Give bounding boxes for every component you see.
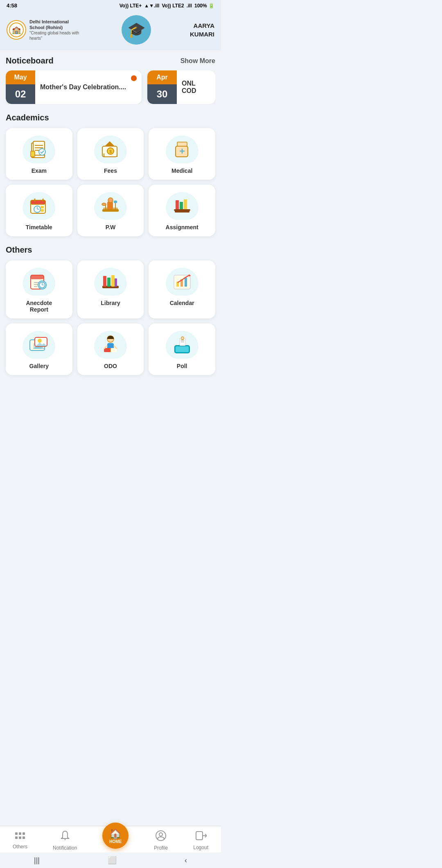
odo-icon <box>94 331 127 359</box>
poll-label: Poll <box>177 363 187 369</box>
svg-point-35 <box>114 201 117 203</box>
notice-month-1: May <box>6 70 35 84</box>
medical-label: Medical <box>171 167 192 174</box>
status-time: 4:58 <box>7 2 17 9</box>
svg-text:$: $ <box>109 149 112 154</box>
fees-label: Fees <box>104 167 117 174</box>
exam-label: Exam <box>32 167 47 174</box>
noticeboard-section: Noticeboard Show More May 02 Mother's Da… <box>0 50 221 106</box>
svg-point-33 <box>102 203 106 206</box>
signal-icon: Vo)) LTE+ <box>120 3 142 9</box>
academics-title: Academics <box>6 113 215 122</box>
svg-text:🏫: 🏫 <box>12 25 21 34</box>
header: 🏫 Delhi International School (Rohini) "C… <box>0 11 221 50</box>
library-label: Library <box>101 300 120 306</box>
pw-icon <box>94 192 127 220</box>
assignment-label: Assignment <box>166 224 198 231</box>
svg-rect-27 <box>41 209 44 212</box>
medical-icon <box>166 136 198 163</box>
notice-date-2: Apr 30 <box>147 70 177 104</box>
svg-marker-10 <box>105 141 115 146</box>
notice-card-1[interactable]: May 02 Mother's Day Celebration.... <box>6 70 142 104</box>
anecdote-icon <box>23 268 55 296</box>
others-odo-card[interactable]: ODO <box>77 323 144 375</box>
academics-timetable-card[interactable]: Timetable <box>6 185 72 236</box>
fees-icon: $ <box>94 136 127 163</box>
battery-icon: 100% 🔋 <box>194 3 214 9</box>
timetable-icon <box>23 192 55 220</box>
academics-grid: Exam $ Fees <box>6 128 215 236</box>
svg-rect-16 <box>177 142 187 146</box>
notice-month-2: Apr <box>147 70 177 84</box>
others-title: Others <box>6 245 215 255</box>
notice-day-1: 02 <box>6 84 35 104</box>
gallery-icon <box>23 331 55 359</box>
assignment-icon <box>166 192 198 220</box>
poll-icon <box>166 331 198 359</box>
school-name: Delhi International School (Rohini) "Cre… <box>29 19 83 41</box>
svg-rect-52 <box>107 278 110 287</box>
svg-point-31 <box>108 198 113 203</box>
academics-medical-card[interactable]: Medical <box>149 128 215 180</box>
anecdote-label: Anecdote Report <box>26 300 52 313</box>
notice-text-1: Mother's Day Celebration.... <box>35 70 131 104</box>
svg-rect-39 <box>184 199 187 211</box>
svg-rect-30 <box>107 202 113 209</box>
signal2-icon: ▲▼.ill <box>144 3 159 9</box>
notice-cards-container: May 02 Mother's Day Celebration.... Apr … <box>6 70 215 104</box>
exam-icon <box>23 136 55 163</box>
user-avatar: 🎓 <box>122 15 151 45</box>
others-library-card[interactable]: Library <box>77 260 144 319</box>
library-icon <box>94 268 127 296</box>
svg-point-65 <box>38 339 42 343</box>
svg-point-7 <box>39 149 45 155</box>
calendar-icon <box>166 268 198 296</box>
others-section: Others Anecdote Report <box>0 239 221 377</box>
academics-fees-card[interactable]: $ Fees <box>77 128 144 180</box>
user-name: AARYA KUMARI <box>190 21 214 38</box>
signal3-icon: Vo)) LTE2 <box>162 3 184 9</box>
svg-rect-54 <box>115 278 117 287</box>
notice-dot-1 <box>131 75 137 81</box>
odo-label: ODO <box>104 363 117 369</box>
notice-day-2: 30 <box>147 84 177 104</box>
calendar-label: Calendar <box>170 300 194 306</box>
svg-rect-53 <box>111 275 115 287</box>
noticeboard-header: Noticeboard Show More <box>6 56 215 66</box>
noticeboard-title: Noticeboard <box>6 56 54 66</box>
pw-label: P.W <box>106 224 116 231</box>
academics-exam-card[interactable]: Exam <box>6 128 72 180</box>
others-anecdote-card[interactable]: Anecdote Report <box>6 260 72 319</box>
svg-rect-42 <box>31 275 44 279</box>
notice-text-2: ONLCOD <box>177 70 201 104</box>
timetable-label: Timetable <box>26 224 52 231</box>
status-bar: 4:58 Vo)) LTE+ ▲▼.ill Vo)) LTE2 .ill 100… <box>0 0 221 11</box>
school-logo-area: 🏫 Delhi International School (Rohini) "C… <box>7 19 83 41</box>
svg-rect-51 <box>103 276 106 287</box>
others-poll-card[interactable]: Poll <box>149 323 215 375</box>
others-calendar-card[interactable]: Calendar <box>149 260 215 319</box>
academics-pw-card[interactable]: P.W <box>77 185 144 236</box>
svg-rect-75 <box>176 346 189 352</box>
academics-assignment-card[interactable]: Assignment <box>149 185 215 236</box>
signal4-icon: .ill <box>187 3 192 9</box>
svg-rect-26 <box>41 206 44 208</box>
academics-section: Academics Exam <box>0 106 221 239</box>
svg-rect-8 <box>31 151 35 157</box>
gallery-label: Gallery <box>29 363 49 369</box>
show-more-button[interactable]: Show More <box>180 57 215 65</box>
svg-rect-58 <box>185 278 187 287</box>
notice-date-1: May 02 <box>6 70 35 104</box>
svg-rect-40 <box>174 209 190 211</box>
school-logo: 🏫 <box>7 20 26 40</box>
svg-rect-80 <box>181 337 184 340</box>
status-icons: Vo)) LTE+ ▲▼.ill Vo)) LTE2 .ill 100% 🔋 <box>120 3 214 9</box>
others-gallery-card[interactable]: Gallery <box>6 323 72 375</box>
others-grid: Anecdote Report Library <box>6 260 215 375</box>
notice-card-2[interactable]: Apr 30 ONLCOD <box>147 70 215 104</box>
